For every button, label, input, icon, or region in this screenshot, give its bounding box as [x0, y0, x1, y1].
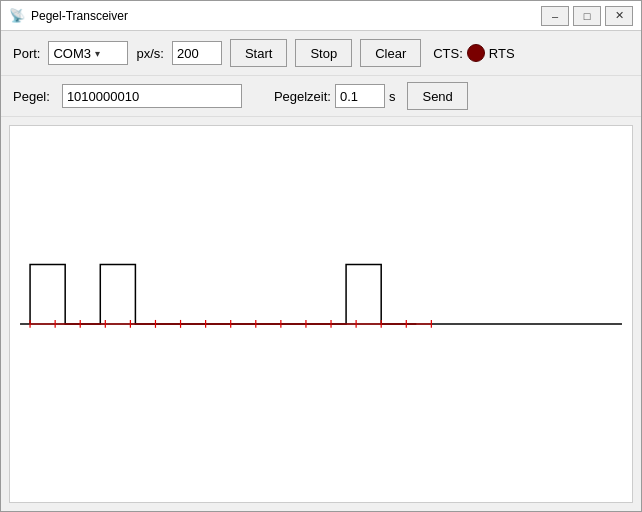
title-bar: 📡 Pegel-Transceiver – □ ✕: [1, 1, 641, 31]
port-select[interactable]: COM3 ▾: [48, 41, 128, 65]
maximize-button[interactable]: □: [573, 6, 601, 26]
pegel-input[interactable]: [62, 84, 242, 108]
port-value: COM3: [53, 46, 91, 61]
chart-area: [9, 125, 633, 503]
send-button[interactable]: Send: [407, 82, 467, 110]
cts-led: [467, 44, 485, 62]
close-button[interactable]: ✕: [605, 6, 633, 26]
stop-button[interactable]: Stop: [295, 39, 352, 67]
pegelzeit-label: Pegelzeit:: [274, 89, 331, 104]
port-label: Port:: [13, 46, 40, 61]
cts-label: CTS:: [433, 46, 463, 61]
pegelzeit-unit: s: [389, 89, 396, 104]
minimize-button[interactable]: –: [541, 6, 569, 26]
pegelzeit-group: Pegelzeit: s: [274, 84, 396, 108]
pxs-label: px/s:: [136, 46, 163, 61]
toolbar-row2: Pegel: Pegelzeit: s Send: [1, 76, 641, 117]
start-button[interactable]: Start: [230, 39, 287, 67]
dropdown-arrow-icon: ▾: [95, 48, 123, 59]
pegel-label: Pegel:: [13, 89, 50, 104]
toolbar-row1: Port: COM3 ▾ px/s: Start Stop Clear CTS:…: [1, 31, 641, 76]
window-title: Pegel-Transceiver: [31, 9, 541, 23]
main-window: 📡 Pegel-Transceiver – □ ✕ Port: COM3 ▾ p…: [0, 0, 642, 512]
pegelzeit-input[interactable]: [335, 84, 385, 108]
signal-chart: [10, 126, 632, 502]
clear-button[interactable]: Clear: [360, 39, 421, 67]
app-icon: 📡: [9, 8, 25, 24]
rts-label: RTS: [489, 46, 515, 61]
pxs-input[interactable]: [172, 41, 222, 65]
cts-section: CTS: RTS: [433, 44, 514, 62]
window-controls: – □ ✕: [541, 6, 633, 26]
